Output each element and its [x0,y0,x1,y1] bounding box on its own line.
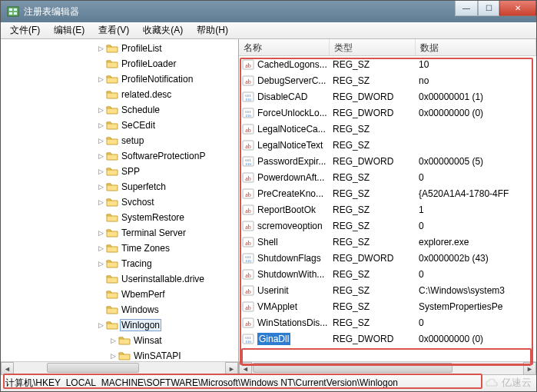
tree-item[interactable]: ▷Tracing [98,256,238,271]
expand-icon[interactable]: ▷ [98,107,104,114]
svg-text:ab: ab [245,304,251,311]
list-row[interactable]: 011110ForceUnlockLo...REG_DWORD0x0000000… [239,105,536,121]
tree-item[interactable]: ▷Winsat [98,333,238,348]
expand-icon[interactable]: ▷ [98,261,104,267]
menu-edit[interactable]: 编辑(E) [48,22,91,38]
tree-item[interactable]: ▷Winlogon [98,317,238,333]
expand-icon[interactable]: ▷ [110,337,117,344]
folder-icon [106,151,118,161]
list-row[interactable]: abPreCreateKno...REG_SZ{A520A1A4-1780-4F… [239,185,536,201]
column-name[interactable]: 名称 [239,39,330,55]
list-row[interactable]: 011110ShutdownFlagsREG_DWORD0x0000002b (… [239,250,536,266]
expand-icon[interactable]: ▷ [98,76,104,83]
expand-icon[interactable]: ▷ [98,138,104,145]
value-type: REG_DWORD [330,108,416,118]
string-value-icon: ab [242,123,254,135]
list-view[interactable]: abCachedLogons...REG_SZ10abDebugServerC.… [239,56,536,361]
tree-item[interactable]: ▷SoftwareProtectionP [98,148,238,164]
folder-icon [106,135,118,146]
scroll-right-button[interactable]: ► [225,362,238,374]
tree-item[interactable]: ▷ProfileList [98,41,238,56]
expand-icon[interactable]: ▷ [98,168,104,175]
tree-item[interactable]: Windows [98,302,238,317]
tree-item[interactable]: ▷ProfileNotification [98,71,238,87]
list-row[interactable]: abLegalNoticeTextREG_SZ [239,137,536,153]
value-type: REG_SZ [330,317,416,328]
menu-view[interactable]: 查看(V) [92,22,135,38]
list-row[interactable]: abCachedLogons...REG_SZ10 [239,56,536,72]
expand-icon[interactable]: ▷ [98,230,104,237]
tree-item[interactable]: ▷setup [98,133,238,148]
expand-icon[interactable]: ▷ [98,199,104,206]
tree-view[interactable]: ▷ProfileListProfileLoader▷ProfileNotific… [1,39,238,361]
tree-item[interactable]: ▷Superfetch [98,179,238,194]
expand-icon[interactable]: ▷ [98,184,104,191]
expand-icon[interactable] [98,61,104,68]
scroll-left-button[interactable]: ◄ [1,362,14,374]
list-scrollbar[interactable]: ◄ ► [239,361,536,374]
tree-item[interactable]: Userinstallable.drive [98,271,238,287]
tree-item[interactable]: related.desc [98,87,238,102]
list-row[interactable]: abPowerdownAft...REG_SZ0 [239,169,536,185]
list-row[interactable]: abVMAppletREG_SZSystemPropertiesPe [239,298,536,314]
close-button[interactable]: ✕ [499,1,536,16]
tree-item-label: Svchost [120,196,156,208]
list-row[interactable]: abWinStationsDis...REG_SZ0 [239,314,536,331]
menu-help[interactable]: 帮助(H) [191,22,234,38]
tree-item[interactable]: ▷SeCEdit [98,118,238,133]
titlebar[interactable]: 注册表编辑器 — ☐ ✕ [1,1,536,22]
tree-item-label: SoftwareProtectionP [120,150,207,162]
tree-item-label: Winlogon [120,319,161,331]
svg-text:110: 110 [245,162,251,166]
minimize-button[interactable]: — [455,1,478,16]
expand-icon[interactable]: ▷ [98,45,104,52]
expand-icon[interactable]: ▷ [110,353,117,360]
scroll-thumb[interactable] [253,363,452,373]
list-row[interactable]: abLegalNoticeCa...REG_SZ [239,121,536,137]
list-row[interactable]: abscremoveoptionREG_SZ0 [239,218,536,234]
tree-item[interactable]: ▷Schedule [98,102,238,118]
tree-item[interactable]: WbemPerf [98,287,238,302]
tree-item[interactable]: ▷SPP [98,164,238,179]
scroll-thumb[interactable] [47,363,139,373]
list-row[interactable]: 011110GinaDllREG_DWORD0x00000000 (0) [239,331,536,347]
list-row[interactable]: abUserinitREG_SZC:\Windows\system3 [239,282,536,298]
tree-item[interactable]: SystemRestore [98,210,238,225]
menu-file[interactable]: 文件(F) [4,22,46,38]
tree-item[interactable]: ▷Terminal Server [98,225,238,241]
list-row[interactable]: abDebugServerC...REG_SZno [239,72,536,88]
expand-icon[interactable] [98,276,104,283]
expand-icon[interactable]: ▷ [98,153,104,160]
tree-item[interactable]: ▷WinSATAPI [98,348,238,361]
string-value-icon: ab [242,301,254,313]
tree-item-label: related.desc [120,88,173,101]
tree-item[interactable]: ProfileLoader [98,56,238,71]
expand-icon[interactable]: ▷ [98,322,104,329]
tree-item[interactable]: ▷Svchost [98,194,238,210]
value-data: 1 [416,204,536,215]
menu-favorites[interactable]: 收藏夹(A) [137,22,189,38]
list-row[interactable]: abReportBootOkREG_SZ1 [239,201,536,218]
value-name: ForceUnlockLo... [257,108,327,118]
scroll-left-button[interactable]: ◄ [239,362,252,375]
column-type[interactable]: 类型 [330,39,416,55]
list-row[interactable]: 011110PasswordExpir...REG_DWORD0x0000000… [239,153,536,169]
expand-icon[interactable]: ▷ [98,245,104,252]
expand-icon[interactable] [98,91,104,98]
scroll-right-button[interactable]: ► [523,362,536,375]
tree-item[interactable]: ▷Time Zones [98,241,238,256]
list-row[interactable]: abShutdownWith...REG_SZ0 [239,266,536,282]
string-value-icon: ab [242,139,254,151]
expand-icon[interactable] [98,307,104,314]
string-value-icon: ab [242,204,254,216]
expand-icon[interactable] [98,214,104,221]
column-data[interactable]: 数据 [416,39,536,55]
expand-icon[interactable]: ▷ [98,122,104,129]
list-row[interactable]: abShellREG_SZexplorer.exe [239,234,536,250]
list-row[interactable]: 011110DisableCADREG_DWORD0x00000001 (1) [239,88,536,105]
tree-scrollbar[interactable]: ◄ ► [1,361,238,374]
expand-icon[interactable] [98,291,104,298]
folder-icon [106,89,118,100]
tree-item-label: Terminal Server [120,227,187,239]
maximize-button[interactable]: ☐ [478,1,499,16]
